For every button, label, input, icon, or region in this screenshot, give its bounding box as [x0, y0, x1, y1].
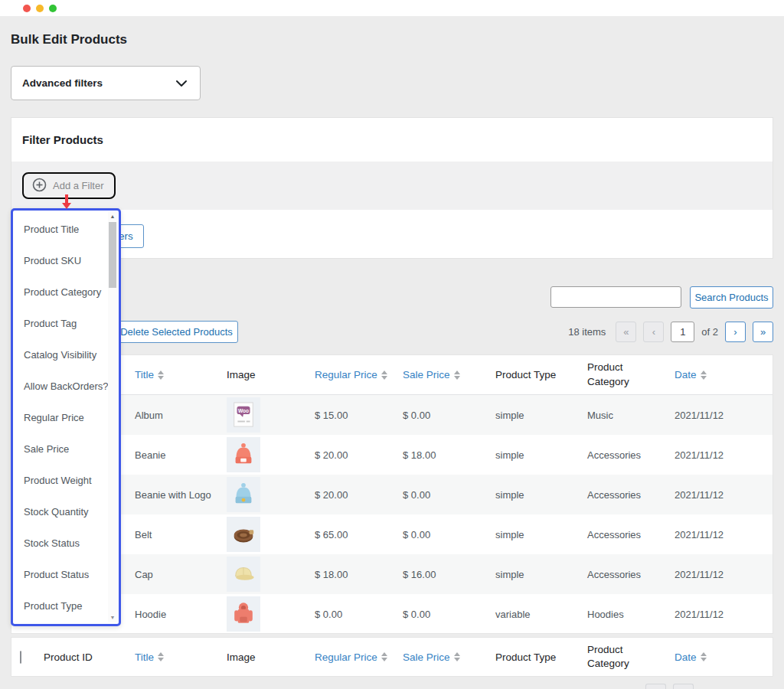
row-sale-price: $ 0.00	[398, 609, 491, 620]
scroll-down-icon[interactable]: ▼	[108, 613, 117, 622]
row-sale-price: $ 0.00	[398, 529, 491, 540]
add-filter-label: Add a Filter	[53, 180, 103, 191]
page-title: Bulk Edit Products	[11, 32, 127, 47]
table-row[interactable]: Beanie $ 20.00 $ 18.00 simple Accessorie…	[11, 435, 773, 475]
chevron-down-icon	[175, 78, 188, 92]
prev-page-button[interactable]: ‹	[643, 322, 664, 342]
filter-option-catalog-visibility[interactable]: Catalog Visibility	[13, 339, 107, 371]
row-title: Hoodie	[130, 609, 222, 620]
sort-icon	[701, 371, 707, 380]
sort-icon	[158, 652, 164, 661]
sort-icon	[701, 652, 707, 661]
row-sale-price: $ 16.00	[398, 569, 491, 580]
row-date: 2021/11/12	[670, 569, 773, 580]
footer-regular-price[interactable]: Regular Price	[310, 651, 398, 663]
filter-option-product-tag[interactable]: Product Tag	[13, 308, 107, 339]
filter-option-stock-quantity[interactable]: Stock Quantity	[13, 496, 107, 527]
filter-option-regular-price[interactable]: Regular Price	[13, 402, 107, 433]
row-sale-price: $ 18.00	[398, 449, 491, 461]
beanie-logo-product-image	[227, 477, 260, 512]
sort-icon	[454, 652, 460, 661]
hoodie-product-image	[227, 596, 260, 632]
delete-selected-products-button[interactable]: Delete Selected Products	[115, 321, 238, 343]
dropdown-scrollbar[interactable]: ▲ ▼	[108, 212, 117, 622]
header-title[interactable]: Title	[130, 369, 222, 380]
footer-image: Image	[222, 651, 310, 663]
row-title: Belt	[130, 529, 222, 540]
pagination: 18 items « ‹ of 2 › »	[568, 321, 773, 342]
row-product-category: Accessories	[583, 489, 670, 501]
header-image: Image	[222, 369, 310, 380]
window-close-icon[interactable]	[23, 5, 31, 12]
table-footer-row: Product ID Title Image Regular Price Sal…	[11, 637, 773, 677]
filter-option-product-category[interactable]: Product Category	[13, 276, 107, 308]
scrollbar-thumb[interactable]	[109, 222, 116, 288]
row-product-type: simple	[491, 489, 583, 501]
row-regular-price: $ 65.00	[310, 529, 398, 540]
next-page-button[interactable]: ›	[725, 322, 746, 342]
row-product-type: simple	[491, 410, 583, 421]
row-title: Beanie with Logo	[130, 489, 222, 501]
filter-option-product-sku[interactable]: Product SKU	[13, 245, 107, 276]
header-regular-price[interactable]: Regular Price	[310, 369, 398, 380]
filter-products-panel: Filter Products Add a Filter Apply Filte…	[11, 117, 773, 259]
table-row[interactable]: Hoodie $ 0.00 $ 0.00 variable Hoodies 20…	[11, 594, 773, 634]
table-row[interactable]: Album Woo $ 15.00 $ 0.00 simple Music 20…	[11, 395, 773, 435]
sort-icon	[454, 371, 460, 380]
window-titlebar	[0, 0, 784, 16]
row-regular-price: $ 18.00	[310, 569, 398, 580]
row-date: 2021/11/12	[670, 529, 773, 540]
filter-option-product-status[interactable]: Product Status	[13, 559, 107, 590]
row-date: 2021/11/12	[670, 609, 773, 620]
header-sale-price[interactable]: Sale Price	[398, 369, 491, 380]
footer-date[interactable]: Date	[670, 651, 773, 663]
bottom-pagination-stub	[645, 684, 666, 689]
select-all-checkbox[interactable]	[20, 651, 21, 664]
footer-product-id: Product ID	[39, 651, 130, 663]
table-row[interactable]: Belt $ 65.00 $ 0.00 simple Accessories 2…	[11, 514, 773, 554]
table-row[interactable]: Cap $ 18.00 $ 16.00 simple Accessories 2…	[11, 554, 773, 594]
items-count: 18 items	[568, 326, 606, 338]
row-regular-price: $ 20.00	[310, 489, 398, 501]
footer-sale-price[interactable]: Sale Price	[398, 651, 491, 663]
filter-builder-area: Add a Filter	[11, 162, 773, 210]
filter-option-product-type[interactable]: Product Type	[13, 590, 107, 622]
row-product-category: Accessories	[583, 529, 670, 540]
filter-option-product-weight[interactable]: Product Weight	[13, 465, 107, 496]
cap-product-image	[227, 557, 260, 592]
row-regular-price: $ 15.00	[310, 410, 398, 421]
row-product-category: Hoodies	[583, 609, 670, 620]
row-product-category: Accessories	[583, 569, 670, 580]
filter-panel-title: Filter Products	[22, 133, 103, 146]
row-sale-price: $ 0.00	[398, 410, 491, 421]
table-row[interactable]: Beanie with Logo $ 20.00 $ 0.00 simple A…	[11, 475, 773, 514]
row-title: Cap	[130, 569, 222, 580]
filter-option-sale-price[interactable]: Sale Price	[13, 433, 107, 465]
filter-option-product-title[interactable]: Product Title	[13, 214, 107, 245]
footer-title[interactable]: Title	[130, 651, 222, 663]
row-product-category: Music	[583, 410, 670, 421]
header-product-category: Product Category	[583, 361, 670, 388]
filter-option-allow-backorders[interactable]: Allow BackOrders?	[13, 371, 107, 402]
window-zoom-icon[interactable]	[49, 5, 57, 12]
row-title: Beanie	[130, 449, 222, 461]
current-page-input[interactable]	[671, 322, 694, 342]
sort-icon	[381, 652, 387, 661]
svg-text:Woo: Woo	[238, 408, 249, 413]
search-products-button[interactable]: Search Products	[690, 286, 773, 309]
scroll-up-icon[interactable]: ▲	[108, 212, 117, 221]
bottom-pagination-stub	[673, 684, 694, 689]
footer-product-category: Product Category	[583, 643, 670, 671]
circle-plus-icon	[32, 178, 47, 194]
table-body: Album Woo $ 15.00 $ 0.00 simple Music 20…	[11, 395, 773, 634]
header-date[interactable]: Date	[670, 369, 773, 380]
filter-option-stock-status[interactable]: Stock Status	[13, 527, 107, 559]
first-page-button[interactable]: «	[616, 322, 636, 342]
row-product-type: simple	[491, 449, 583, 461]
window-minimize-icon[interactable]	[36, 5, 44, 12]
filter-field-dropdown: Product TitleProduct SKUProduct Category…	[11, 208, 121, 626]
last-page-button[interactable]: »	[753, 322, 773, 342]
row-title: Album	[130, 410, 222, 421]
advanced-filters-select[interactable]: Advanced filters	[11, 66, 201, 100]
search-input[interactable]	[550, 286, 681, 308]
